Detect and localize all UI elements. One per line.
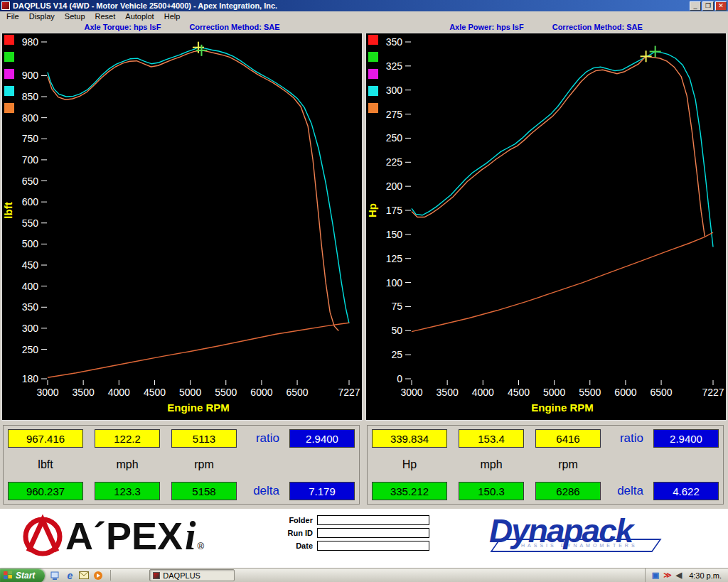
mph-unit-label: mph: [95, 458, 160, 471]
start-button[interactable]: Start: [0, 568, 45, 582]
messenger-arrows-icon[interactable]: ≫: [663, 571, 672, 579]
power-chart[interactable]: 0255075100125150175200225250275300325350…: [366, 33, 726, 420]
svg-text:980: 980: [22, 36, 39, 48]
svg-text:3500: 3500: [437, 387, 459, 398]
torque-readout-panel: 967.416 122.2 5113 ratio 2.9400 lbft mph…: [3, 425, 360, 505]
maximize-button[interactable]: ❐: [702, 1, 714, 11]
svg-text:550: 550: [22, 217, 39, 229]
network-status-icon[interactable]: ▣: [652, 571, 659, 579]
ratio-label: ratio: [620, 431, 643, 446]
svg-text:750: 750: [22, 133, 39, 144]
torque-unit-label: lbft: [8, 458, 83, 471]
svg-text:6500: 6500: [286, 387, 308, 398]
svg-text:400: 400: [22, 281, 39, 292]
svg-text:Engine RPM: Engine RPM: [531, 402, 594, 414]
title-bar[interactable]: DAQPLUS V14 (4WD - Motor Vehicle 2500+40…: [0, 0, 728, 11]
svg-text:6500: 6500: [650, 387, 672, 398]
run2-torque-value: 960.237: [8, 482, 83, 500]
svg-text:150: 150: [386, 229, 403, 240]
run1-power-value: 339.834: [372, 429, 447, 448]
internet-explorer-icon[interactable]: e: [64, 570, 75, 581]
media-player-icon[interactable]: [92, 570, 104, 581]
power-readout-panel: 339.834 153.4 6416 ratio 2.9400 Hp mph r…: [367, 425, 724, 505]
start-label: Start: [16, 571, 35, 581]
registered-mark: ®: [198, 541, 205, 551]
svg-text:25: 25: [391, 349, 402, 360]
delta-label: delta: [253, 484, 279, 498]
menu-item-setup[interactable]: Setup: [60, 11, 90, 21]
svg-text:Engine RPM: Engine RPM: [167, 402, 230, 414]
windows-flag-icon: [4, 571, 13, 580]
svg-text:7227: 7227: [702, 387, 724, 398]
svg-text:225: 225: [386, 156, 403, 168]
svg-text:5000: 5000: [543, 387, 565, 398]
svg-text:350: 350: [22, 301, 39, 313]
run1-torque-value: 967.416: [8, 429, 83, 448]
taskbar: Start e DAQPLUS ▣ ≫ ◀ 4:30 p.m.: [0, 568, 728, 582]
svg-text:300: 300: [386, 85, 403, 96]
svg-text:250: 250: [386, 132, 403, 144]
apex-logo: A´PEX i ®: [20, 513, 204, 559]
svg-text:Hp: Hp: [366, 203, 378, 217]
svg-text:5500: 5500: [579, 387, 601, 398]
show-desktop-icon[interactable]: [50, 570, 61, 581]
power-correction-method-label: Correction Method: SAE: [552, 23, 643, 31]
volume-icon[interactable]: ◀: [676, 571, 682, 579]
svg-text:0: 0: [397, 373, 402, 384]
menu-item-reset[interactable]: Reset: [90, 11, 121, 21]
svg-text:3000: 3000: [400, 387, 422, 398]
menu-item-display[interactable]: Display: [24, 11, 60, 21]
folder-label: Folder: [276, 516, 313, 524]
run1-rpm-value: 6416: [535, 429, 601, 448]
svg-text:600: 600: [22, 196, 39, 208]
svg-text:180: 180: [22, 373, 39, 384]
svg-text:175: 175: [386, 205, 403, 216]
run1-mph-value: 122.2: [95, 429, 160, 448]
svg-text:4500: 4500: [508, 387, 530, 398]
taskbar-button-daqplus[interactable]: DAQPLUS: [149, 569, 235, 581]
run-id-input[interactable]: [317, 528, 429, 538]
svg-text:275: 275: [386, 109, 403, 120]
mph-unit-label: mph: [459, 458, 524, 471]
daqplus-icon: [153, 572, 160, 579]
delta-label: delta: [617, 484, 643, 498]
menu-bar: File Display Setup Reset Autoplot Help: [0, 11, 728, 21]
date-input[interactable]: [317, 541, 429, 551]
apex-ring-icon: [20, 513, 65, 559]
logo-strip: A´PEX i ® Folder Run ID Date Dynapack CH…: [0, 509, 728, 568]
svg-text:350: 350: [386, 36, 403, 48]
run2-rpm-value: 6286: [535, 482, 601, 500]
torque-chart[interactable]: 1802503003504004505005506006507007508008…: [2, 33, 362, 420]
svg-text:200: 200: [386, 180, 403, 192]
torque-correction-method-label: Correction Method: SAE: [189, 23, 279, 31]
taskbar-clock[interactable]: 4:30 p.m.: [689, 571, 722, 580]
svg-text:325: 325: [386, 60, 403, 72]
run1-mph-value: 153.4: [459, 429, 524, 448]
svg-text:50: 50: [391, 325, 402, 336]
run2-rpm-value: 5158: [171, 482, 237, 500]
power-chart-title: Axle Power: hps IsF: [449, 23, 524, 31]
minimize-button[interactable]: _: [690, 1, 701, 11]
rpm-unit-label: rpm: [535, 458, 601, 471]
run1-rpm-value: 5113: [171, 429, 237, 448]
email-icon[interactable]: [78, 570, 90, 581]
svg-text:800: 800: [22, 112, 39, 124]
menu-item-help[interactable]: Help: [159, 11, 186, 21]
svg-text:3000: 3000: [36, 387, 58, 398]
menu-item-file[interactable]: File: [1, 11, 24, 21]
delta-value: 4.622: [653, 482, 719, 500]
task-button-label: DAQPLUS: [163, 571, 200, 580]
system-tray: ▣ ≫ ◀ 4:30 p.m.: [645, 568, 728, 582]
svg-text:6000: 6000: [250, 387, 272, 398]
apex-i-glyph: i: [185, 518, 196, 554]
folder-input[interactable]: [317, 515, 429, 525]
svg-text:3500: 3500: [73, 387, 95, 398]
svg-text:5500: 5500: [215, 387, 237, 398]
close-button[interactable]: ✕: [715, 1, 727, 11]
svg-text:250: 250: [22, 344, 39, 355]
run2-power-value: 335.212: [372, 482, 447, 500]
delta-value: 7.179: [289, 482, 355, 500]
menu-item-autoplot[interactable]: Autoplot: [120, 11, 159, 21]
svg-text:5000: 5000: [179, 387, 201, 398]
run2-mph-value: 150.3: [459, 482, 524, 500]
